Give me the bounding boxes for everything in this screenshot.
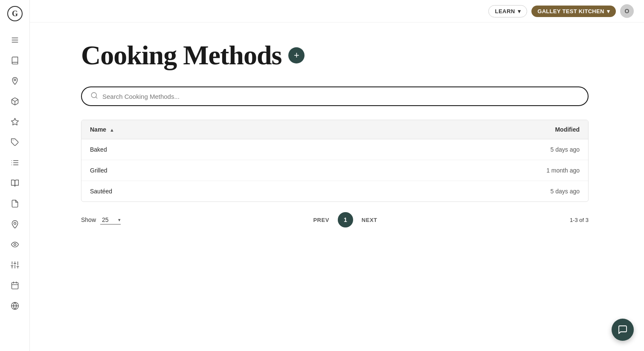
cell-modified: 1 month ago — [310, 160, 588, 181]
sidebar-item-package[interactable] — [5, 92, 25, 111]
page-body: Cooking Methods + Name ▲ — [30, 23, 644, 351]
col-header-name[interactable]: Name ▲ — [81, 120, 310, 139]
kitchen-chevron-icon: ▾ — [607, 8, 610, 14]
chat-fab[interactable] — [612, 319, 634, 341]
table-row[interactable]: Baked 5 days ago — [81, 139, 588, 160]
sidebar-item-location[interactable] — [5, 215, 25, 233]
cell-name: Baked — [81, 139, 310, 160]
svg-rect-26 — [12, 282, 18, 289]
sort-arrow-icon: ▲ — [110, 127, 114, 132]
cell-name: Sautéed — [81, 181, 310, 202]
table-row[interactable]: Sautéed 5 days ago — [81, 181, 588, 202]
svg-rect-4 — [12, 42, 18, 43]
sidebar-item-library[interactable] — [5, 174, 25, 193]
cell-modified: 5 days ago — [310, 139, 588, 160]
search-input[interactable] — [102, 93, 579, 100]
sidebar-item-pin[interactable] — [5, 72, 25, 90]
svg-text:G: G — [12, 9, 17, 18]
next-button[interactable]: NEXT — [360, 214, 379, 226]
avatar[interactable]: O — [620, 4, 634, 18]
show-select-wrap: Show 10 25 50 100 ▾ — [81, 216, 121, 224]
sidebar-item-book[interactable] — [5, 51, 25, 70]
logo[interactable]: G — [6, 5, 23, 22]
page-1-button[interactable]: 1 — [338, 212, 353, 227]
show-label: Show — [81, 216, 96, 223]
pagination-nav: PREV 1 NEXT — [311, 212, 379, 227]
cell-name: Grilled — [81, 160, 310, 181]
table-container: Name ▲ Modified Baked 5 days ago Grilled… — [81, 120, 589, 202]
add-icon: + — [294, 50, 299, 61]
sidebar-item-file[interactable] — [5, 194, 25, 213]
sidebar-item-star[interactable] — [5, 112, 25, 131]
svg-rect-3 — [12, 40, 18, 40]
table-row[interactable]: Grilled 1 month ago — [81, 160, 588, 181]
search-container — [81, 86, 589, 106]
cell-modified: 5 days ago — [310, 181, 588, 202]
sidebar-item-tag[interactable] — [5, 133, 25, 152]
learn-button[interactable]: LEARN ▾ — [488, 5, 527, 17]
svg-point-16 — [14, 244, 16, 246]
cooking-methods-table: Name ▲ Modified Baked 5 days ago Grilled… — [81, 120, 588, 201]
pagination-bar: Show 10 25 50 100 ▾ PREV 1 NEXT 1-3 of 3 — [81, 202, 589, 227]
page-range: 1-3 of 3 — [570, 217, 589, 223]
search-box — [81, 86, 589, 106]
topbar: LEARN ▾ GALLEY TEST KITCHEN ▾ O — [30, 0, 644, 23]
kitchen-button[interactable]: GALLEY TEST KITCHEN ▾ — [531, 6, 616, 17]
add-cooking-method-button[interactable]: + — [288, 47, 305, 63]
sidebar-item-list[interactable] — [5, 153, 25, 172]
svg-marker-7 — [11, 118, 18, 125]
prev-button[interactable]: PREV — [311, 214, 331, 226]
main-content: LEARN ▾ GALLEY TEST KITCHEN ▾ O Cooking … — [30, 0, 644, 351]
sidebar-item-sliders[interactable] — [5, 256, 25, 274]
sidebar-item-eye-settings[interactable] — [5, 235, 25, 254]
page-title: Cooking Methods — [81, 40, 281, 71]
svg-point-5 — [14, 79, 15, 81]
page-title-row: Cooking Methods + — [81, 40, 589, 71]
show-select[interactable]: 10 25 50 100 — [100, 216, 121, 224]
table-header: Name ▲ Modified — [81, 120, 588, 139]
sidebar-item-calendar[interactable] — [5, 276, 25, 295]
learn-chevron-icon: ▾ — [518, 8, 521, 14]
search-icon — [90, 92, 98, 101]
sidebar-item-menu[interactable] — [5, 31, 25, 49]
svg-line-33 — [96, 97, 97, 98]
svg-rect-2 — [12, 37, 18, 38]
table-body: Baked 5 days ago Grilled 1 month ago Sau… — [81, 139, 588, 202]
sidebar: G — [0, 0, 30, 351]
svg-point-15 — [14, 222, 16, 224]
sidebar-item-globe[interactable] — [5, 296, 25, 315]
col-header-modified[interactable]: Modified — [310, 120, 588, 139]
kitchen-label: GALLEY TEST KITCHEN — [537, 8, 604, 14]
learn-label: LEARN — [495, 8, 515, 14]
